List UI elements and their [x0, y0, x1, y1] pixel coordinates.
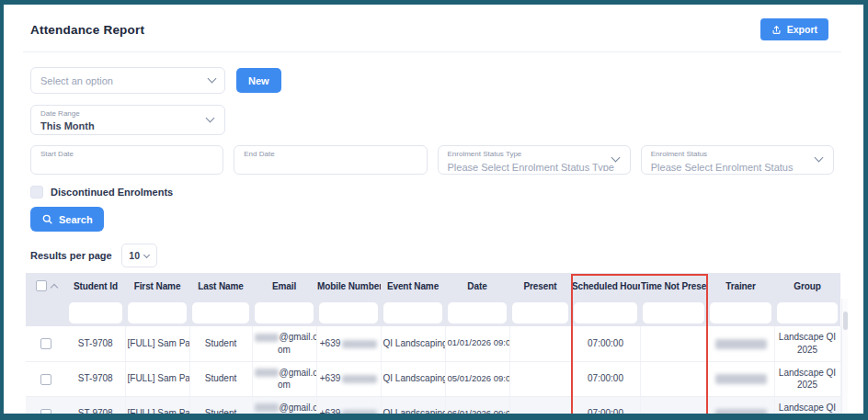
cell-scheduled-hours: 07:00:00 [571, 326, 640, 361]
export-icon [771, 25, 782, 35]
enrolment-status-type-placeholder: Please Select Enrolment Status Type [448, 162, 621, 171]
redacted-text [255, 403, 279, 412]
column-filter-input-scheduled-hours[interactable] [574, 302, 637, 324]
column-header-last-name[interactable]: Last Name [189, 273, 252, 299]
row-checkbox[interactable] [40, 374, 51, 385]
select-all-header [26, 273, 66, 299]
cell-date: 06/01/2026 09:00 [445, 396, 509, 420]
end-date-input[interactable]: End Date [234, 145, 427, 175]
cell-present [509, 396, 571, 420]
cell-email: @gmail.c om [252, 361, 316, 396]
column-header-scheduled-hours[interactable]: Scheduled Hours [571, 273, 640, 299]
enrolment-status-type-label: Enrolment Status Type [448, 150, 621, 159]
enrolment-status-select[interactable]: Enrolment Status Please Select Enrolment… [641, 145, 834, 175]
discontinued-enrolments-label: Discontinued Enrolments [51, 187, 173, 198]
row-checkbox[interactable] [40, 409, 51, 420]
new-button[interactable]: New [236, 68, 281, 93]
report-type-select[interactable]: Select an option [30, 67, 225, 94]
chevron-down-icon [143, 251, 150, 257]
new-button-label: New [248, 75, 269, 86]
export-button[interactable]: Export [760, 18, 828, 40]
date-range-select[interactable]: Date Range This Month [30, 105, 225, 135]
table-row: ST-9708 [FULL] Sam Paul Student @gmail.c… [26, 361, 840, 396]
search-button-label: Search [59, 214, 93, 225]
cell-first-name: [FULL] Sam Paul [125, 326, 189, 361]
enrolment-status-type-select[interactable]: Enrolment Status Type Please Select Enro… [438, 145, 631, 175]
cell-trainer [707, 396, 774, 420]
cell-date: 01/01/2026 09:00 [445, 326, 509, 361]
select-all-checkbox[interactable] [36, 280, 47, 291]
column-filter-row [26, 299, 840, 326]
redacted-text [255, 369, 279, 377]
title-bar: Attendance Report Export [23, 5, 841, 52]
end-date-label: End Date [244, 150, 417, 159]
date-range-value: This Month [40, 120, 215, 131]
row-checkbox[interactable] [40, 338, 51, 349]
column-filter-input-last-name[interactable] [192, 302, 249, 324]
cell-group: Landscape QI 2025 [774, 396, 840, 420]
column-header-present[interactable]: Present [509, 273, 571, 299]
redacted-text [715, 339, 767, 349]
cell-email: @gmail.c om [252, 396, 316, 420]
discontinued-enrolments-checkbox[interactable] [30, 186, 43, 199]
cell-event-name: QI Landscaping [381, 326, 445, 361]
results-per-page-label: Results per page [30, 250, 112, 261]
cell-student-id: ST-9708 [66, 326, 125, 361]
enrolment-status-label: Enrolment Status [651, 150, 824, 159]
report-type-placeholder: Select an option [40, 75, 209, 86]
column-header-student-id[interactable]: Student Id [66, 273, 125, 299]
cell-trainer [707, 326, 774, 361]
cell-date: 05/01/2026 09:00 [445, 361, 509, 396]
column-filter-input-event-name[interactable] [383, 302, 442, 324]
cell-student-id: ST-9708 [66, 361, 125, 396]
results-per-page-select[interactable]: 10 [121, 244, 157, 267]
cell-present [509, 326, 571, 361]
column-header-event-name[interactable]: Event Name [381, 273, 445, 299]
results-per-page-value: 10 [129, 250, 140, 261]
attendance-table: Student Id First Name Last Name Email Mo… [26, 273, 848, 420]
column-filter-input-email[interactable] [255, 302, 314, 324]
cell-email: @gmail.c om [252, 326, 316, 361]
enrolment-status-placeholder: Please Select Enrolment Status [651, 162, 824, 171]
table-row: ST-9708 [FULL] Sam Paul Student @gmail.c… [26, 396, 840, 420]
cell-event-name: QI Landscaping [381, 396, 445, 420]
date-range-label: Date Range [40, 109, 215, 119]
table-scrollbar-thumb[interactable] [843, 312, 848, 330]
column-filter-input-time-not-present[interactable] [643, 302, 704, 324]
redacted-text [255, 334, 279, 342]
cell-time-not-present [640, 361, 707, 396]
cell-first-name: [FULL] Sam Paul [125, 361, 189, 396]
cell-time-not-present [640, 326, 707, 361]
column-filter-input-group[interactable] [777, 302, 838, 324]
app-frame: Attendance Report Export Select an optio… [0, 0, 868, 420]
column-header-trainer[interactable]: Trainer [707, 273, 774, 299]
column-header-first-name[interactable]: First Name [125, 273, 189, 299]
redacted-text [342, 375, 377, 383]
redacted-text [342, 410, 377, 418]
cell-scheduled-hours: 07:00:00 [571, 361, 640, 396]
column-filter-input-date[interactable] [448, 302, 507, 324]
column-header-email[interactable]: Email [252, 273, 316, 299]
cell-event-name: QI Landscaping [381, 361, 445, 396]
column-header-mobile-number[interactable]: Mobile Number [316, 273, 381, 299]
search-icon [41, 213, 53, 225]
column-filter-input-first-name[interactable] [128, 302, 187, 324]
search-button[interactable]: Search [30, 207, 104, 232]
cell-last-name: Student [189, 361, 252, 396]
start-date-label: Start Date [40, 150, 213, 159]
column-filter-input-mobile-number[interactable] [319, 302, 378, 324]
column-header-time-not-present[interactable]: Time Not Present [640, 273, 707, 299]
cell-group: Landscape QI 2025 [774, 361, 840, 396]
cell-time-not-present [640, 396, 707, 420]
start-date-input[interactable]: Start Date [30, 145, 223, 175]
cell-present [509, 361, 571, 396]
column-filter-input-present[interactable] [512, 302, 568, 324]
table-row: ST-9708 [FULL] Sam Paul Student @gmail.c… [26, 326, 840, 361]
cell-first-name: [FULL] Sam Paul [125, 396, 189, 420]
column-header-group[interactable]: Group [774, 273, 840, 299]
column-filter-input-trainer[interactable] [710, 302, 771, 324]
column-filter-input-student-id[interactable] [69, 302, 122, 324]
cell-last-name: Student [189, 396, 252, 420]
cell-student-id: ST-9708 [66, 396, 125, 420]
column-header-date[interactable]: Date [445, 273, 509, 299]
